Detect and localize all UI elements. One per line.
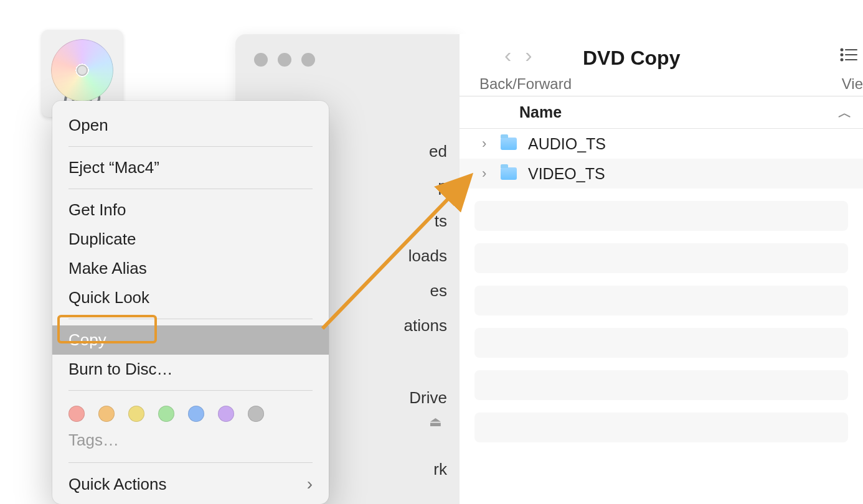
- window-traffic-lights[interactable]: [254, 53, 315, 67]
- minimize-dot[interactable]: [278, 53, 291, 67]
- menu-separator: [68, 146, 313, 147]
- nav-back-forward: ‹ ›: [504, 43, 532, 67]
- svg-point-0: [841, 49, 843, 51]
- back-forward-label: Back/Forward: [479, 75, 572, 93]
- sort-caret-icon: ︿: [838, 104, 852, 123]
- disclosure-icon[interactable]: ›: [482, 166, 493, 182]
- blank-row: [474, 201, 848, 231]
- menu-item-eject[interactable]: Eject “Mac4”: [52, 153, 329, 182]
- blank-row: [474, 286, 848, 315]
- eject-icon[interactable]: ⏏: [429, 414, 442, 430]
- blank-row: [474, 328, 848, 358]
- finder-content-pane: ‹ › DVD Copy Back/Forward Vie Name ︿ › A…: [460, 34, 863, 504]
- menu-item-duplicate[interactable]: Duplicate: [52, 225, 329, 254]
- column-header-text: Name: [519, 103, 562, 121]
- view-label: Vie: [842, 75, 863, 93]
- tag-color[interactable]: [128, 406, 144, 422]
- disc-icon: [51, 39, 113, 101]
- list-view-icon[interactable]: [839, 47, 858, 67]
- tag-color[interactable]: [218, 406, 234, 422]
- zoom-dot[interactable]: [301, 53, 315, 67]
- tag-color[interactable]: [158, 406, 174, 422]
- menu-separator: [68, 189, 313, 189]
- disclosure-icon[interactable]: ›: [482, 136, 493, 152]
- context-menu: Open Eject “Mac4” Get Info Duplicate Mak…: [52, 101, 329, 504]
- file-row[interactable]: › AUDIO_TS: [460, 129, 863, 159]
- svg-point-4: [841, 59, 843, 61]
- menu-separator: [68, 390, 313, 391]
- file-name: VIDEO_TS: [528, 165, 605, 183]
- tag-color[interactable]: [68, 406, 85, 422]
- folder-icon: [501, 167, 517, 180]
- svg-point-2: [841, 54, 843, 56]
- blank-row: [474, 370, 848, 400]
- blank-row: [474, 243, 848, 273]
- chevron-right-icon: ›: [307, 474, 313, 494]
- file-rows: › AUDIO_TS › VIDEO_TS: [460, 129, 863, 442]
- tag-color[interactable]: [188, 406, 204, 422]
- menu-item-tags[interactable]: Tags…: [52, 424, 329, 456]
- finder-toolbar: ‹ › DVD Copy Back/Forward Vie: [460, 34, 863, 96]
- folder-icon: [501, 138, 517, 150]
- blank-row: [474, 413, 848, 442]
- menu-item-quick-actions[interactable]: Quick Actions ›: [52, 469, 329, 499]
- window-title: DVD Copy: [583, 47, 680, 70]
- column-header-name[interactable]: Name ︿: [460, 96, 863, 129]
- menu-item-copy[interactable]: Copy: [52, 325, 329, 355]
- file-row[interactable]: › VIDEO_TS: [460, 159, 863, 189]
- menu-item-open[interactable]: Open: [52, 111, 329, 140]
- menu-item-make-alias[interactable]: Make Alias: [52, 254, 329, 283]
- close-dot[interactable]: [254, 53, 268, 67]
- menu-item-burn[interactable]: Burn to Disc…: [52, 355, 329, 384]
- tag-color[interactable]: [98, 406, 115, 422]
- menu-separator: [68, 462, 313, 463]
- file-name: AUDIO_TS: [528, 135, 606, 153]
- forward-button[interactable]: ›: [525, 43, 532, 67]
- menu-separator: [68, 319, 313, 319]
- menu-item-get-info[interactable]: Get Info: [52, 195, 329, 225]
- tag-color[interactable]: [248, 406, 264, 422]
- tag-color-row: [52, 397, 329, 424]
- back-button[interactable]: ‹: [504, 43, 511, 67]
- menu-item-quick-look[interactable]: Quick Look: [52, 283, 329, 312]
